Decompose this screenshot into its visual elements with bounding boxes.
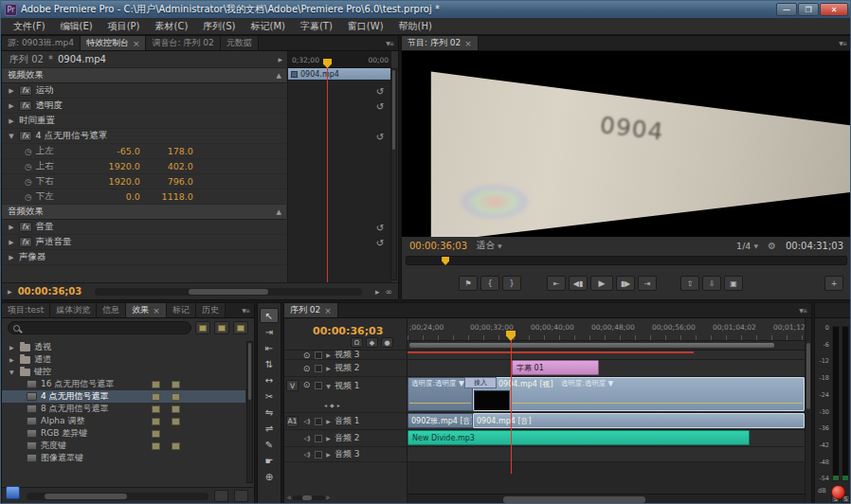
zoom-tool[interactable]: ⊕ (260, 469, 279, 484)
go-to-out-button[interactable]: ⇥ (638, 276, 657, 291)
mini-timeline-clip[interactable]: 0904.mp4 (288, 68, 391, 81)
export-frame-button[interactable]: ▣ (724, 276, 743, 291)
zoom-in-icon[interactable]: ▹ (327, 494, 331, 501)
effect-row-panner[interactable]: ▶ 声像器 (2, 250, 286, 265)
button-editor-button[interactable]: + (824, 276, 843, 291)
step-forward-button[interactable]: ▮▶ (616, 276, 635, 291)
vertical-scrollbar[interactable] (390, 68, 397, 280)
filter-accelerated-button[interactable] (195, 321, 210, 334)
speaker-icon[interactable]: ◁) (301, 418, 312, 425)
opacity-band[interactable] (409, 403, 471, 404)
track-header-video-3[interactable]: ⊙ ▶ 视频 3 (284, 351, 407, 360)
stopwatch-icon[interactable]: ◷ (25, 162, 32, 171)
effect-controls-timeline[interactable]: 0;32;00 00;00 0904.mp4 ↺ ↺ ↺ ↺ ↺ (287, 51, 391, 282)
vertical-scrollbar[interactable] (805, 318, 811, 504)
tab-media-browser[interactable]: 媒体浏览 (50, 303, 97, 317)
playhead-marker[interactable] (442, 257, 449, 265)
expand-icon[interactable]: ▶ (8, 87, 15, 95)
effect-row-garbage-matte[interactable]: ▼ fx 4 点无用信号遮罩 (2, 129, 286, 144)
expand-icon[interactable]: ▶ (325, 351, 332, 358)
menu-item-marker[interactable]: 标记(M) (244, 18, 291, 35)
set-encore-marker-button[interactable]: ◆ (366, 337, 378, 348)
speaker-icon[interactable]: ◁) (301, 435, 312, 442)
close-icon[interactable]: × (324, 306, 332, 315)
effect-row-opacity[interactable]: ▶ fx 透明度 (2, 99, 286, 114)
menu-item-clip[interactable]: 素材(C) (149, 18, 195, 35)
param-value-x[interactable]: 0.0 (91, 191, 140, 202)
expand-icon[interactable]: ▶ (8, 117, 15, 125)
new-custom-bin-button[interactable] (214, 490, 228, 502)
mark-out-button[interactable]: } (502, 276, 521, 291)
expand-icon[interactable]: ▶ (325, 435, 332, 441)
speaker-icon[interactable]: ◁) (301, 451, 312, 459)
horizontal-scrollbar[interactable] (27, 493, 208, 500)
source-patch-audio[interactable]: A1 (286, 416, 299, 427)
razor-tool[interactable]: ✂ (260, 388, 279, 404)
scrollbar-thumb[interactable] (392, 70, 395, 150)
track-header-video-1[interactable]: V ⊙ ▼ 视频 1 ◂ ◆ ▸ (284, 377, 407, 413)
close-icon[interactable]: × (464, 39, 472, 48)
menu-item-help[interactable]: 帮助(H) (392, 18, 439, 35)
track-lock-icon[interactable] (315, 351, 322, 359)
clip-video-left[interactable]: 透明度:透明度 ▼ (407, 377, 473, 411)
param-value-y[interactable]: 178.0 (144, 146, 193, 156)
close-button[interactable]: ✕ (820, 3, 848, 16)
collapse-icon[interactable]: ▼ (8, 133, 15, 140)
vertical-scrollbar[interactable] (246, 341, 253, 483)
tab-effect-controls[interactable]: 特效控制台× (81, 36, 147, 50)
reset-effect-icon[interactable]: ↺ (374, 238, 386, 248)
clip-0904-audio[interactable]: 0904.mp4 [音] (473, 413, 805, 428)
param-value-y[interactable]: 796.0 (144, 176, 193, 187)
tab-effects[interactable]: 效果× (126, 303, 167, 317)
close-icon[interactable]: × (133, 39, 140, 48)
rolling-edit-tool[interactable]: ⇅ (260, 356, 279, 371)
clip-property-dropdown[interactable]: 透明度:透明度 ▼ (411, 379, 464, 388)
tab-history[interactable]: 历史 (196, 303, 226, 317)
expand-icon[interactable]: ▶ (325, 451, 332, 458)
menu-item-edit[interactable]: 编辑(E) (54, 18, 100, 35)
effect-row-motion[interactable]: ▶ fx 运动 (2, 83, 286, 99)
transition-clip[interactable]: 接入 (464, 377, 497, 388)
tab-source-monitor[interactable]: 源: 0903班.mp4 (2, 36, 81, 50)
effect-item-4-point-garbage-matte[interactable]: 4 点无用信号遮罩 (2, 390, 245, 403)
work-area-bar[interactable] (409, 343, 774, 348)
clip-property-dropdown[interactable]: 透明度:透明度 ▼ (561, 379, 614, 388)
reset-effect-icon[interactable]: ↺ (374, 101, 386, 112)
ripple-edit-tool[interactable]: ⇤ (260, 340, 279, 355)
bin-row-channel[interactable]: ▶ 通道 (2, 353, 245, 366)
tab-sequence-02[interactable]: 序列 02× (284, 303, 338, 317)
current-timecode[interactable]: 00:00:36;03 (409, 241, 467, 251)
expand-icon[interactable]: ▶ (325, 418, 332, 424)
menu-item-title[interactable]: 字幕(T) (294, 18, 339, 35)
panel-menu-icon[interactable]: ▼≡ (237, 303, 254, 317)
scrollbar-thumb[interactable] (45, 494, 126, 499)
notification-badge-icon[interactable] (831, 485, 845, 499)
fit-select[interactable]: 适合▼ (477, 240, 502, 252)
mini-time-ruler[interactable]: 0;32;00 00;00 (288, 51, 391, 68)
zoom-slider[interactable] (293, 495, 325, 500)
effect-row-time-remapping[interactable]: ▶ 时间重置 (2, 114, 286, 129)
clip-0904-video[interactable]: 0904.mp4 [视] 透明度:透明度 ▼ (473, 377, 805, 411)
filter-32bit-button[interactable] (214, 321, 229, 334)
keyframe-nav[interactable]: ◂ ◆ ▸ (324, 402, 340, 408)
track-lock-icon[interactable] (315, 418, 322, 425)
track-header-audio-2[interactable]: ◁) ▶ 音频 2 (284, 430, 407, 447)
horizontal-scrollbar[interactable] (407, 494, 805, 504)
toggle-track-output-icon[interactable]: ⊙ (301, 364, 312, 373)
opacity-band[interactable] (512, 403, 803, 404)
fx-badge-icon[interactable]: fx (19, 85, 32, 96)
menu-item-sequence[interactable]: 序列(S) (196, 18, 242, 35)
track-audio-1-lane[interactable]: 0902班.mp4 [音] 0904.mp4 [音] (407, 413, 805, 430)
snap-toggle-button[interactable]: Ω (351, 337, 363, 348)
panel-menu-icon[interactable]: ▼≡ (834, 36, 851, 50)
stopwatch-icon[interactable]: ◷ (25, 177, 32, 187)
reset-effect-icon[interactable]: ↺ (374, 132, 386, 142)
reset-effect-icon[interactable]: ↺ (374, 86, 386, 97)
search-box[interactable] (8, 321, 191, 334)
extract-button[interactable]: ⇩ (702, 276, 721, 291)
bin-row-keying[interactable]: ▼ 键控 (2, 366, 245, 378)
prev-keyframe-icon[interactable]: ◂ (324, 402, 327, 408)
fx-badge-icon[interactable]: fx (19, 100, 32, 111)
scrollbar-thumb[interactable] (503, 496, 646, 503)
toggle-track-output-icon[interactable]: ⊙ (301, 351, 312, 360)
